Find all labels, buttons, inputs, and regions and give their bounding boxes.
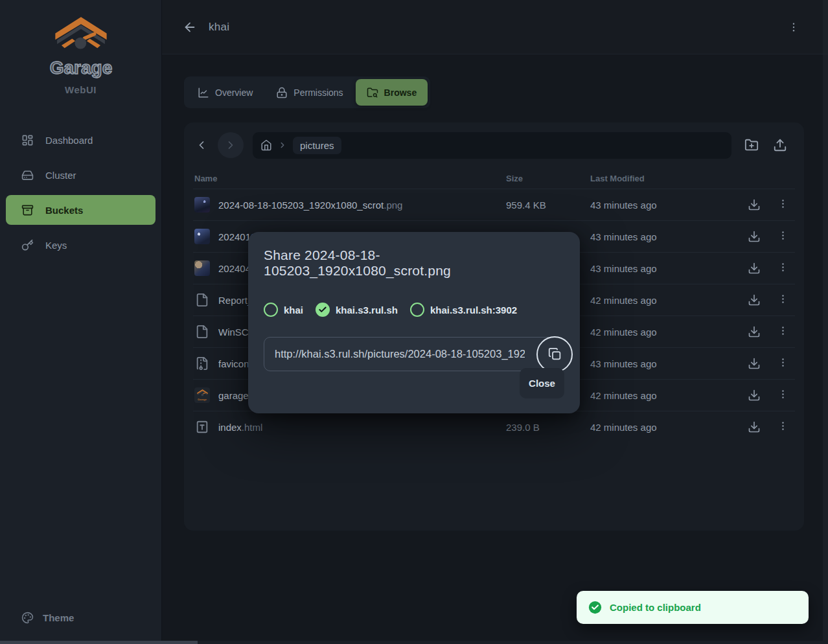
file-size: 239.0 B <box>506 422 590 433</box>
file-modified: 42 minutes ago <box>590 295 733 306</box>
logo-title: Garage <box>0 56 161 80</box>
file-icon <box>194 324 210 339</box>
upload-icon[interactable] <box>773 138 787 152</box>
header-menu-icon[interactable] <box>785 19 802 36</box>
sidebar-item-label: Cluster <box>45 170 76 181</box>
row-menu-icon[interactable] <box>777 230 788 243</box>
row-menu-icon[interactable] <box>777 357 788 370</box>
download-icon[interactable] <box>748 198 761 211</box>
tab-overview[interactable]: Overview <box>187 79 264 106</box>
file-ext: .png <box>384 200 402 211</box>
chevron-right-icon <box>278 141 287 150</box>
row-menu-icon[interactable] <box>777 420 788 433</box>
page-header: khai <box>162 0 828 54</box>
back-button[interactable] <box>183 20 197 34</box>
row-menu-icon[interactable] <box>777 198 788 211</box>
share-host-option[interactable]: khai.s3.rul.sh:3902 <box>410 303 517 317</box>
cluster-icon <box>21 169 34 181</box>
sidebar-item-keys[interactable]: Keys <box>6 230 155 260</box>
theme-label: Theme <box>43 612 74 623</box>
sidebar-item-label: Dashboard <box>45 135 93 146</box>
check-circle-icon <box>588 601 602 614</box>
image-thumbnail <box>194 197 210 213</box>
row-menu-icon[interactable] <box>777 262 788 275</box>
share-modal-title: Share 2024-08-18-105203_1920x1080_scrot.… <box>264 247 564 279</box>
radio-label: khai.s3.rul.sh:3902 <box>430 305 517 316</box>
tab-label: Browse <box>384 87 417 98</box>
file-ext: .html <box>242 422 263 433</box>
file-type-icon <box>194 419 210 435</box>
radio-checked-icon[interactable] <box>316 303 330 317</box>
palette-icon <box>21 612 34 624</box>
new-folder-icon[interactable] <box>744 138 759 152</box>
share-host-option[interactable]: khai <box>264 303 303 317</box>
file-modified: 43 minutes ago <box>590 263 733 274</box>
sidebar-item-cluster[interactable]: Cluster <box>6 160 155 190</box>
file-modified: 42 minutes ago <box>590 422 733 433</box>
sidebar-menu: Dashboard Cluster Buckets Keys <box>0 125 161 260</box>
garage-logo-thumbnail: Garage <box>194 387 210 403</box>
download-icon[interactable] <box>748 325 761 338</box>
download-icon[interactable] <box>748 230 761 243</box>
folder-search-icon <box>367 87 378 98</box>
nav-forward-icon[interactable] <box>218 132 244 158</box>
tab-label: Permissions <box>293 87 343 98</box>
column-modified: Last Modified <box>590 174 733 183</box>
share-url-input[interactable] <box>264 337 564 371</box>
image-thumbnail <box>194 260 210 276</box>
download-icon[interactable] <box>748 357 761 370</box>
copy-icon <box>548 347 562 361</box>
svg-text:Garage: Garage <box>198 398 207 401</box>
home-icon[interactable] <box>260 139 272 151</box>
lock-icon <box>276 87 288 98</box>
sidebar-item-dashboard[interactable]: Dashboard <box>6 125 155 155</box>
share-host-option[interactable]: khai.s3.rul.sh <box>316 303 398 317</box>
vertical-scrollbar[interactable] <box>823 0 828 644</box>
key-icon <box>21 239 34 251</box>
tab-browse[interactable]: Browse <box>356 79 428 106</box>
scrollbar-thumb[interactable] <box>0 641 198 644</box>
copy-url-button[interactable] <box>536 336 573 373</box>
breadcrumb-folder[interactable]: pictures <box>293 137 341 154</box>
nav-back-icon[interactable] <box>193 139 210 152</box>
file-archive-icon <box>194 356 210 371</box>
garage-roof-icon <box>54 17 108 54</box>
sidebar: Garage WebUI Dashboard Cluster <box>0 0 162 644</box>
file-icon <box>194 292 210 308</box>
table-row[interactable]: index.html 239.0 B 42 minutes ago <box>193 411 795 443</box>
download-icon[interactable] <box>748 420 761 433</box>
tab-permissions[interactable]: Permissions <box>265 79 354 106</box>
radio-label: khai <box>284 305 303 316</box>
logo-subtitle: WebUI <box>0 84 161 95</box>
theme-button[interactable]: Theme <box>6 603 155 632</box>
share-host-options: khai khai.s3.rul.sh khai.s3.rul.sh:3902 <box>264 303 564 317</box>
column-name: Name <box>193 174 506 183</box>
sidebar-item-buckets[interactable]: Buckets <box>6 195 155 225</box>
share-modal: Share 2024-08-18-105203_1920x1080_scrot.… <box>248 232 580 413</box>
buckets-icon <box>21 204 34 216</box>
toast-copied: Copied to clipboard <box>577 591 809 624</box>
radio-unchecked-icon[interactable] <box>410 303 424 317</box>
row-menu-icon[interactable] <box>777 293 788 306</box>
download-icon[interactable] <box>748 293 761 306</box>
dashboard-icon <box>21 134 34 146</box>
close-button[interactable]: Close <box>520 368 564 398</box>
row-menu-icon[interactable] <box>777 325 788 338</box>
browse-toolbar: pictures <box>193 132 795 159</box>
garage-logo: Garage WebUI <box>0 0 161 102</box>
download-icon[interactable] <box>748 389 761 402</box>
file-name: 2024-08-18-105203_1920x1080_scrot <box>218 200 384 211</box>
row-menu-icon[interactable] <box>777 389 788 402</box>
radio-unchecked-icon[interactable] <box>264 303 278 317</box>
column-size: Size <box>506 174 590 183</box>
download-icon[interactable] <box>748 262 761 275</box>
horizontal-scrollbar[interactable] <box>0 641 828 644</box>
file-modified: 43 minutes ago <box>590 358 733 369</box>
sidebar-item-label: Buckets <box>45 205 83 216</box>
logo-title-text: Garage <box>49 58 112 78</box>
table-row[interactable]: 2024-08-18-105203_1920x1080_scrot.png 95… <box>193 189 795 220</box>
file-modified: 42 minutes ago <box>590 390 733 401</box>
file-modified: 42 minutes ago <box>590 327 733 338</box>
toast-message: Copied to clipboard <box>610 602 701 613</box>
image-thumbnail <box>194 229 210 244</box>
